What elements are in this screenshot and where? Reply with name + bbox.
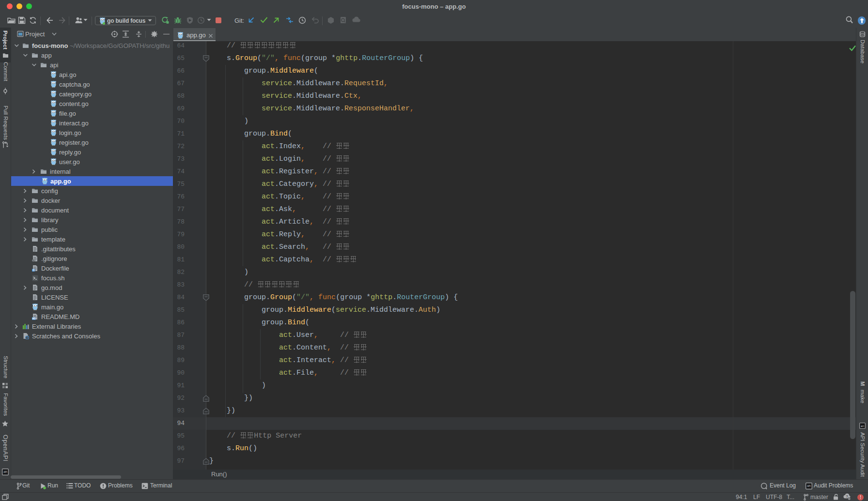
svg-text:?: ? xyxy=(846,495,848,498)
svg-text:API: API xyxy=(807,485,810,487)
svg-text:MD: MD xyxy=(32,318,36,320)
svg-text:API: API xyxy=(3,471,7,473)
svg-text:D: D xyxy=(32,269,34,272)
svg-text:API: API xyxy=(861,425,864,427)
